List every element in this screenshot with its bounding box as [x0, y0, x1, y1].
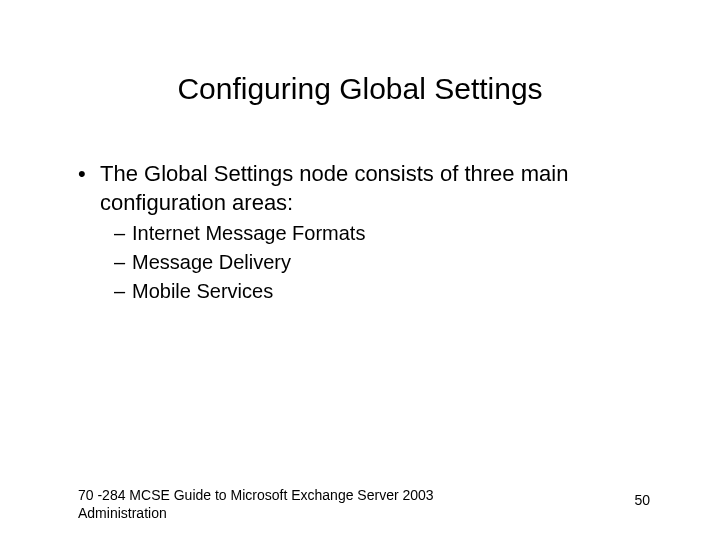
footer-text: 70 -284 MCSE Guide to Microsoft Exchange…	[78, 487, 458, 522]
bullet-text: The Global Settings node consists of thr…	[100, 160, 650, 217]
slide-body: • The Global Settings node consists of t…	[78, 160, 650, 306]
slide: Configuring Global Settings • The Global…	[0, 0, 720, 540]
slide-number: 50	[634, 492, 650, 508]
sub-bullet-marker: –	[114, 248, 132, 277]
bullet-item: • The Global Settings node consists of t…	[78, 160, 650, 217]
bullet-marker: •	[78, 160, 100, 189]
sub-bullet-text: Message Delivery	[132, 248, 291, 277]
sub-bullet-item: – Message Delivery	[114, 248, 650, 277]
sub-bullet-marker: –	[114, 219, 132, 248]
sub-bullet-list: – Internet Message Formats – Message Del…	[114, 219, 650, 306]
sub-bullet-text: Internet Message Formats	[132, 219, 365, 248]
slide-title: Configuring Global Settings	[0, 72, 720, 106]
sub-bullet-text: Mobile Services	[132, 277, 273, 306]
sub-bullet-item: – Mobile Services	[114, 277, 650, 306]
sub-bullet-marker: –	[114, 277, 132, 306]
sub-bullet-item: – Internet Message Formats	[114, 219, 650, 248]
